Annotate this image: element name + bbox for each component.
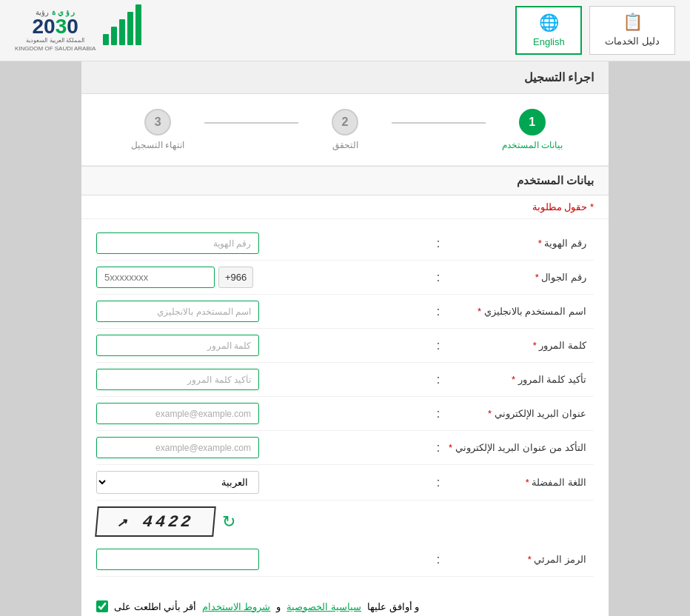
header: رؤية ر ؤ ي ة 2030 المملكة العربية السعود…	[0, 0, 690, 61]
id-number-input[interactable]	[96, 232, 259, 254]
step-line-1-2	[392, 122, 485, 124]
password-row: كلمة المرور * :	[96, 329, 594, 363]
header-nav: 🌐 English 📋 دليل الخدمات	[515, 6, 675, 55]
email-input[interactable]	[96, 403, 259, 424]
step-1-circle: 1	[519, 109, 546, 135]
terms-text-before: أقر بأني اطلعت على	[114, 601, 196, 612]
confirm-email-input[interactable]	[96, 437, 259, 458]
step-3-label: انتهاء التسجيل	[131, 140, 184, 150]
step-line-2-3	[204, 122, 298, 124]
captcha-image-row: ↗ 4422 ↻	[96, 500, 594, 543]
id-number-row: رقم الهوية * :	[96, 227, 594, 261]
privacy-policy-link[interactable]: سياسية الخصوصية	[287, 601, 361, 612]
vision-logo: رؤية ر ؤ ي ة 2030 المملكة العربية السعود…	[15, 8, 96, 53]
book-icon: 📋	[623, 13, 643, 32]
terms-of-use-link[interactable]: شروط الاستخدام	[202, 601, 271, 612]
services-guide-button[interactable]: 📋 دليل الخدمات	[589, 6, 675, 55]
captcha-area: ↗ 4422 ↻	[96, 506, 235, 537]
step-3: 3 انتهاء التسجيل	[111, 109, 204, 150]
form-container: رقم الهوية * : رقم الجوال * : +966	[81, 219, 609, 592]
terms-text-middle: و	[276, 601, 281, 612]
username-row: اسم المستخدم بالانجليزي * :	[96, 295, 594, 329]
required-note: * حقول مطلوبة	[81, 195, 609, 219]
step-3-circle: 3	[144, 109, 171, 135]
vision-year: 2030	[33, 16, 78, 37]
username-input[interactable]	[96, 301, 259, 322]
page-title: اجراء التسجيل	[81, 61, 609, 94]
password-input[interactable]	[96, 335, 259, 356]
mobile-input[interactable]	[96, 267, 215, 288]
language-row: اللغة المفضلة * : العربية English	[96, 465, 594, 500]
language-select[interactable]: العربية English	[96, 471, 259, 494]
confirm-password-label: تأكيد كلمة المرور *	[446, 374, 594, 385]
step-2: 2 التحقق	[298, 109, 392, 150]
confirm-password-input[interactable]	[96, 369, 259, 390]
step-1: 1 بيانات المستخدم	[486, 109, 579, 150]
email-row: عنوان البريد الإلكتروني * :	[96, 397, 594, 431]
step-2-circle: 2	[332, 109, 358, 135]
confirm-email-row: التأكد من عنوان البريد الإلكتروني * :	[96, 431, 594, 465]
language-label: اللغة المفضلة *	[446, 477, 594, 488]
english-label: English	[533, 36, 565, 47]
captcha-label: الرمز المرئي *	[446, 554, 594, 565]
id-number-label: رقم الهوية *	[446, 238, 594, 249]
terms-checkbox[interactable]	[96, 600, 108, 612]
confirm-password-row: تأكيد كلمة المرور * :	[96, 363, 594, 397]
stepper: 3 انتهاء التسجيل 2 التحقق 1 بيانات المست…	[81, 94, 609, 166]
terms-text-after: و أوافق عليها	[367, 601, 419, 612]
step-2-label: التحقق	[332, 140, 358, 150]
section-header: بيانات المستخدم	[81, 166, 609, 195]
captcha-refresh-icon[interactable]: ↻	[222, 512, 235, 532]
main-card: اجراء التسجيل 3 انتهاء التسجيل 2 التحقق …	[81, 61, 609, 616]
bars-chart-icon	[103, 12, 141, 49]
services-label: دليل الخدمات	[605, 36, 660, 47]
captcha-input-row: الرمز المرئي * :	[96, 543, 594, 577]
username-label: اسم المستخدم بالانجليزي *	[446, 306, 594, 317]
english-button[interactable]: 🌐 English	[515, 6, 582, 55]
terms-row: و أوافق عليها سياسية الخصوصية و شروط الا…	[81, 592, 609, 616]
globe-icon: 🌐	[539, 13, 559, 33]
phone-prefix: +966	[218, 267, 253, 288]
password-label: كلمة المرور *	[446, 340, 594, 351]
confirm-email-label: التأكد من عنوان البريد الإلكتروني *	[446, 442, 594, 453]
captcha-input[interactable]	[96, 549, 259, 570]
mobile-label: رقم الجوال *	[446, 272, 594, 283]
mobile-row: رقم الجوال * : +966	[96, 261, 594, 295]
captcha-image: ↗ 4422	[95, 506, 216, 537]
logo-area: رؤية ر ؤ ي ة 2030 المملكة العربية السعود…	[15, 8, 141, 53]
kingdom-text: المملكة العربية السعوديةKINGDOM OF SAUDI…	[15, 37, 96, 53]
step-1-label: بيانات المستخدم	[502, 140, 563, 150]
email-label: عنوان البريد الإلكتروني *	[446, 408, 594, 419]
phone-wrap: +966	[96, 267, 253, 288]
